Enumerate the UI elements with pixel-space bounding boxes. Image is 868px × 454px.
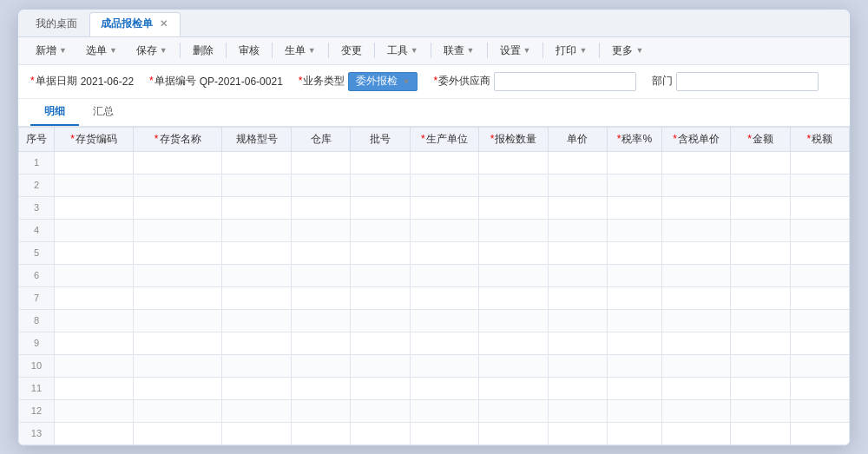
sub-tab-summary[interactable]: 汇总: [79, 99, 128, 126]
table-cell[interactable]: [133, 219, 221, 241]
tools-button[interactable]: 工具 ▼: [378, 41, 427, 61]
table-cell[interactable]: [479, 264, 549, 286]
table-cell[interactable]: [222, 422, 292, 444]
table-cell[interactable]: [410, 174, 479, 196]
table-cell[interactable]: [790, 399, 849, 422]
table-cell[interactable]: [54, 151, 133, 174]
table-cell[interactable]: [479, 241, 549, 264]
table-cell[interactable]: [54, 377, 133, 399]
table-cell[interactable]: [222, 264, 292, 286]
tab-close-icon[interactable]: ✕: [160, 18, 168, 30]
table-cell[interactable]: [661, 332, 731, 354]
table-cell[interactable]: [54, 309, 133, 332]
table-cell[interactable]: [222, 174, 292, 196]
table-cell[interactable]: [731, 151, 790, 174]
table-cell[interactable]: [790, 354, 849, 377]
table-cell[interactable]: [731, 196, 790, 219]
table-cell[interactable]: [54, 422, 133, 444]
table-cell[interactable]: [479, 422, 549, 444]
table-cell[interactable]: [351, 286, 410, 309]
table-cell[interactable]: [479, 309, 549, 332]
table-cell[interactable]: [548, 354, 607, 377]
table-cell[interactable]: [608, 354, 662, 377]
table-cell[interactable]: [608, 286, 662, 309]
table-cell[interactable]: [133, 264, 221, 286]
table-cell[interactable]: [222, 286, 292, 309]
table-row[interactable]: 9: [19, 332, 850, 354]
table-cell[interactable]: [608, 377, 662, 399]
table-row[interactable]: 2: [19, 174, 850, 196]
table-cell[interactable]: [661, 286, 731, 309]
table-cell[interactable]: [661, 196, 731, 219]
table-cell[interactable]: [222, 241, 292, 264]
table-cell[interactable]: [222, 196, 292, 219]
table-cell[interactable]: [133, 196, 221, 219]
table-cell[interactable]: [479, 354, 549, 377]
table-cell[interactable]: [479, 219, 549, 241]
table-cell[interactable]: [608, 399, 662, 422]
table-cell[interactable]: [479, 196, 549, 219]
table-cell[interactable]: [790, 196, 849, 219]
table-cell[interactable]: [731, 219, 790, 241]
table-cell[interactable]: [222, 151, 292, 174]
table-cell[interactable]: [133, 332, 221, 354]
table-cell[interactable]: [410, 399, 479, 422]
table-cell[interactable]: [608, 264, 662, 286]
table-cell[interactable]: [731, 354, 790, 377]
table-cell[interactable]: [54, 219, 133, 241]
table-cell[interactable]: [731, 286, 790, 309]
save-button[interactable]: 保存 ▼: [128, 41, 176, 61]
table-cell[interactable]: [292, 286, 351, 309]
table-cell[interactable]: [548, 309, 607, 332]
table-cell[interactable]: [351, 309, 410, 332]
table-cell[interactable]: [351, 196, 410, 219]
table-cell[interactable]: [661, 399, 731, 422]
table-cell[interactable]: [790, 241, 849, 264]
table-cell[interactable]: [479, 399, 549, 422]
table-cell[interactable]: [54, 264, 133, 286]
table-cell[interactable]: [790, 286, 849, 309]
audit-button[interactable]: 审核: [230, 41, 268, 61]
table-cell[interactable]: [548, 151, 607, 174]
table-cell[interactable]: [54, 174, 133, 196]
table-cell[interactable]: [292, 151, 351, 174]
table-cell[interactable]: [351, 422, 410, 444]
table-cell[interactable]: [222, 332, 292, 354]
table-cell[interactable]: [790, 422, 849, 444]
tab-finished-inspection[interactable]: 成品报检单 ✕: [89, 12, 181, 36]
table-cell[interactable]: [410, 309, 479, 332]
table-cell[interactable]: [608, 196, 662, 219]
table-cell[interactable]: [548, 332, 607, 354]
table-cell[interactable]: [608, 174, 662, 196]
table-cell[interactable]: [351, 219, 410, 241]
table-row[interactable]: 11: [19, 377, 850, 399]
table-cell[interactable]: [351, 174, 410, 196]
table-cell[interactable]: [410, 332, 479, 354]
table-cell[interactable]: [608, 241, 662, 264]
table-cell[interactable]: [661, 219, 731, 241]
table-row[interactable]: 10: [19, 354, 850, 377]
table-cell[interactable]: [661, 241, 731, 264]
table-cell[interactable]: [548, 399, 607, 422]
sub-tab-detail[interactable]: 明细: [30, 99, 79, 126]
table-cell[interactable]: [292, 354, 351, 377]
more-button[interactable]: 更多 ▼: [603, 41, 652, 61]
table-cell[interactable]: [351, 241, 410, 264]
add-button[interactable]: 新增 ▼: [27, 41, 76, 61]
table-cell[interactable]: [292, 422, 351, 444]
table-cell[interactable]: [548, 174, 607, 196]
table-cell[interactable]: [790, 219, 849, 241]
table-cell[interactable]: [661, 151, 731, 174]
table-row[interactable]: 13: [19, 422, 850, 444]
table-cell[interactable]: [479, 377, 549, 399]
table-cell[interactable]: [133, 151, 221, 174]
generate-button[interactable]: 生单 ▼: [276, 41, 325, 61]
table-cell[interactable]: [661, 264, 731, 286]
table-cell[interactable]: [133, 377, 221, 399]
table-cell[interactable]: [731, 422, 790, 444]
table-cell[interactable]: [222, 309, 292, 332]
table-cell[interactable]: [548, 196, 607, 219]
table-cell[interactable]: [292, 196, 351, 219]
table-cell[interactable]: [548, 422, 607, 444]
table-row[interactable]: 1: [19, 151, 850, 174]
